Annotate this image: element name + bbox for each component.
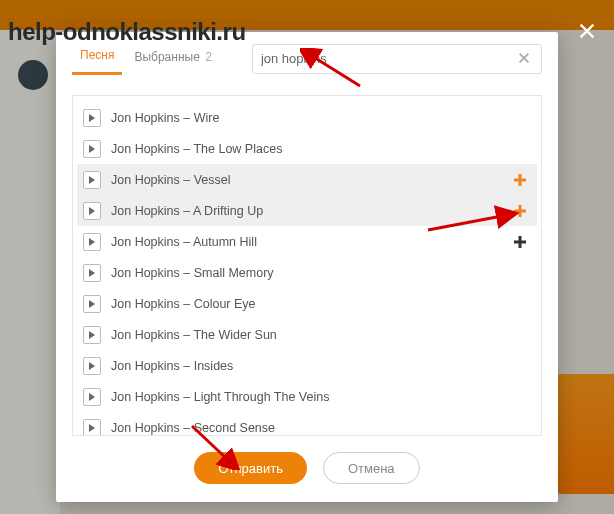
track-row[interactable]: Jon Hopkins – Light Through The Veins — [77, 381, 537, 412]
modal-footer: Отправить Отмена — [56, 436, 558, 502]
search-field-wrap — [252, 44, 542, 74]
track-title: Jon Hopkins – Second Sense — [111, 421, 529, 435]
play-icon[interactable] — [83, 264, 101, 282]
add-track-icon[interactable] — [511, 202, 529, 220]
track-title: Jon Hopkins – Colour Eye — [111, 297, 529, 311]
modal-close-button[interactable] — [576, 20, 600, 44]
play-icon[interactable] — [83, 171, 101, 189]
search-input[interactable] — [261, 51, 517, 66]
play-icon[interactable] — [83, 140, 101, 158]
track-title: Jon Hopkins – Wire — [111, 111, 529, 125]
tab-label: Выбранные — [134, 50, 199, 64]
track-row[interactable]: Jon Hopkins – Colour Eye — [77, 288, 537, 319]
clear-search-icon[interactable] — [517, 51, 533, 67]
track-row[interactable]: Jon Hopkins – Small Memory — [77, 257, 537, 288]
track-row[interactable]: Jon Hopkins – The Low Places — [77, 133, 537, 164]
play-icon[interactable] — [83, 233, 101, 251]
track-row[interactable]: Jon Hopkins – Insides — [77, 350, 537, 381]
play-icon[interactable] — [83, 388, 101, 406]
play-icon[interactable] — [83, 326, 101, 344]
submit-button[interactable]: Отправить — [194, 452, 306, 484]
track-list[interactable]: Jon Hopkins – WireJon Hopkins – The Low … — [73, 96, 541, 435]
track-title: Jon Hopkins – Small Memory — [111, 266, 529, 280]
play-icon[interactable] — [83, 419, 101, 436]
track-title: Jon Hopkins – The Wider Sun — [111, 328, 529, 342]
play-icon[interactable] — [83, 357, 101, 375]
tab-song[interactable]: Песня — [72, 42, 122, 75]
track-title: Jon Hopkins – The Low Places — [111, 142, 529, 156]
music-picker-modal: Песня Выбранные 2 Jon Hopkins – WireJon … — [56, 32, 558, 502]
tab-selected[interactable]: Выбранные 2 — [126, 44, 219, 74]
play-icon[interactable] — [83, 202, 101, 220]
play-icon[interactable] — [83, 109, 101, 127]
add-track-icon[interactable] — [511, 233, 529, 251]
tab-count: 2 — [205, 50, 212, 64]
track-row[interactable]: Jon Hopkins – Autumn Hill — [77, 226, 537, 257]
track-title: Jon Hopkins – A Drifting Up — [111, 204, 511, 218]
watermark-text: help-odnoklassniki.ru — [8, 18, 246, 46]
play-icon[interactable] — [83, 295, 101, 313]
track-row[interactable]: Jon Hopkins – A Drifting Up — [77, 195, 537, 226]
track-title: Jon Hopkins – Autumn Hill — [111, 235, 511, 249]
tab-label: Песня — [80, 48, 114, 62]
track-row[interactable]: Jon Hopkins – Second Sense — [77, 412, 537, 435]
track-row[interactable]: Jon Hopkins – The Wider Sun — [77, 319, 537, 350]
track-row[interactable]: Jon Hopkins – Vessel — [77, 164, 537, 195]
track-title: Jon Hopkins – Light Through The Veins — [111, 390, 529, 404]
cancel-button[interactable]: Отмена — [323, 452, 420, 484]
add-track-icon[interactable] — [511, 171, 529, 189]
track-row[interactable]: Jon Hopkins – Wire — [77, 102, 537, 133]
track-title: Jon Hopkins – Insides — [111, 359, 529, 373]
track-list-container: Jon Hopkins – WireJon Hopkins – The Low … — [72, 95, 542, 436]
track-title: Jon Hopkins – Vessel — [111, 173, 511, 187]
